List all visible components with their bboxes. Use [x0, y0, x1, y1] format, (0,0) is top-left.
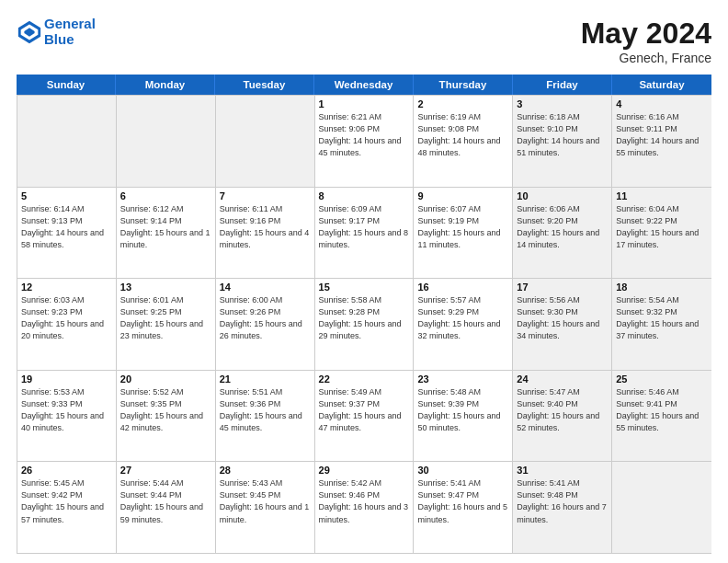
calendar-cell: 16Sunrise: 5:57 AMSunset: 9:29 PMDayligh… — [414, 279, 513, 370]
day-number: 2 — [417, 98, 508, 109]
logo: General Blue — [17, 17, 96, 47]
calendar-cell: 5Sunrise: 6:14 AMSunset: 9:13 PMDaylight… — [17, 188, 117, 279]
daylight-text: Daylight: 16 hours and 7 minutes. — [517, 501, 608, 525]
sunrise-text: Sunrise: 6:11 AM — [220, 203, 311, 215]
sunset-text: Sunset: 9:08 PM — [417, 123, 508, 135]
daylight-text: Daylight: 15 hours and 40 minutes. — [21, 410, 112, 434]
daylight-text: Daylight: 15 hours and 42 minutes. — [120, 410, 211, 434]
day-number: 29 — [319, 465, 410, 476]
day-number: 16 — [417, 282, 508, 293]
day-number: 7 — [220, 190, 311, 201]
calendar-cell: 31Sunrise: 5:41 AMSunset: 9:48 PMDayligh… — [513, 462, 612, 553]
day-number: 4 — [616, 98, 708, 109]
calendar-cell: 11Sunrise: 6:04 AMSunset: 9:22 PMDayligh… — [612, 188, 711, 279]
day-number: 8 — [319, 190, 410, 201]
calendar-cell: 25Sunrise: 5:46 AMSunset: 9:41 PMDayligh… — [612, 371, 711, 462]
sunrise-text: Sunrise: 5:52 AM — [120, 386, 211, 398]
sunrise-text: Sunrise: 5:45 AM — [21, 477, 112, 489]
sunset-text: Sunset: 9:33 PM — [21, 398, 112, 410]
day-number: 5 — [21, 190, 112, 201]
day-number: 27 — [120, 465, 211, 476]
calendar-cell — [117, 96, 216, 187]
sunrise-text: Sunrise: 6:16 AM — [616, 111, 708, 123]
header: General Blue May 2024 Genech, France — [17, 17, 711, 65]
sunrise-text: Sunrise: 6:07 AM — [417, 203, 508, 215]
calendar-cell: 27Sunrise: 5:44 AMSunset: 9:44 PMDayligh… — [117, 462, 216, 553]
daylight-text: Daylight: 15 hours and 52 minutes. — [517, 410, 608, 434]
logo-icon — [17, 19, 42, 45]
calendar-body: 1Sunrise: 6:21 AMSunset: 9:06 PMDaylight… — [17, 95, 711, 554]
daylight-text: Daylight: 15 hours and 29 minutes. — [319, 318, 410, 342]
sunset-text: Sunset: 9:40 PM — [517, 398, 608, 410]
daylight-text: Daylight: 15 hours and 23 minutes. — [120, 318, 211, 342]
weekday-header: Sunday — [17, 75, 116, 95]
sunrise-text: Sunrise: 6:06 AM — [517, 203, 608, 215]
daylight-text: Daylight: 14 hours and 48 minutes. — [417, 135, 508, 159]
sunrise-text: Sunrise: 5:58 AM — [319, 294, 410, 306]
calendar-cell: 26Sunrise: 5:45 AMSunset: 9:42 PMDayligh… — [17, 462, 117, 553]
title-block: May 2024 Genech, France — [581, 17, 711, 65]
sunset-text: Sunset: 9:35 PM — [120, 398, 211, 410]
sunrise-text: Sunrise: 5:53 AM — [21, 386, 112, 398]
day-number: 26 — [21, 465, 112, 476]
calendar-cell — [216, 96, 315, 187]
sunset-text: Sunset: 9:10 PM — [517, 123, 608, 135]
sunset-text: Sunset: 9:28 PM — [319, 306, 410, 318]
calendar-cell — [612, 462, 711, 553]
sunrise-text: Sunrise: 5:44 AM — [120, 477, 211, 489]
day-number: 17 — [517, 282, 608, 293]
calendar-cell: 2Sunrise: 6:19 AMSunset: 9:08 PMDaylight… — [414, 96, 513, 187]
sunset-text: Sunset: 9:41 PM — [616, 398, 708, 410]
month-title: May 2024 — [581, 17, 711, 51]
calendar-cell: 12Sunrise: 6:03 AMSunset: 9:23 PMDayligh… — [17, 279, 117, 370]
calendar-cell: 13Sunrise: 6:01 AMSunset: 9:25 PMDayligh… — [117, 279, 216, 370]
calendar-cell: 14Sunrise: 6:00 AMSunset: 9:26 PMDayligh… — [216, 279, 315, 370]
calendar-cell: 15Sunrise: 5:58 AMSunset: 9:28 PMDayligh… — [315, 279, 415, 370]
calendar-cell: 28Sunrise: 5:43 AMSunset: 9:45 PMDayligh… — [216, 462, 315, 553]
calendar-cell: 29Sunrise: 5:42 AMSunset: 9:46 PMDayligh… — [315, 462, 415, 553]
sunset-text: Sunset: 9:19 PM — [417, 215, 508, 227]
calendar-week: 26Sunrise: 5:45 AMSunset: 9:42 PMDayligh… — [17, 461, 711, 553]
sunrise-text: Sunrise: 5:47 AM — [517, 386, 608, 398]
day-number: 15 — [319, 282, 410, 293]
location: Genech, France — [581, 51, 711, 65]
day-number: 11 — [616, 190, 708, 201]
calendar-cell — [17, 96, 117, 187]
daylight-text: Daylight: 14 hours and 51 minutes. — [517, 135, 608, 159]
sunset-text: Sunset: 9:29 PM — [417, 306, 508, 318]
daylight-text: Daylight: 15 hours and 59 minutes. — [120, 501, 211, 525]
calendar-cell: 8Sunrise: 6:09 AMSunset: 9:17 PMDaylight… — [315, 188, 415, 279]
sunset-text: Sunset: 9:13 PM — [21, 215, 112, 227]
sunset-text: Sunset: 9:42 PM — [21, 489, 112, 501]
sunset-text: Sunset: 9:32 PM — [616, 306, 708, 318]
daylight-text: Daylight: 15 hours and 50 minutes. — [417, 410, 508, 434]
day-number: 23 — [417, 373, 508, 385]
weekday-header: Thursday — [414, 75, 513, 95]
daylight-text: Daylight: 15 hours and 1 minute. — [120, 227, 211, 251]
calendar-cell: 10Sunrise: 6:06 AMSunset: 9:20 PMDayligh… — [513, 188, 612, 279]
sunrise-text: Sunrise: 6:18 AM — [517, 111, 608, 123]
daylight-text: Daylight: 15 hours and 34 minutes. — [517, 318, 608, 342]
sunset-text: Sunset: 9:47 PM — [417, 489, 508, 501]
day-number: 6 — [120, 190, 211, 201]
daylight-text: Daylight: 14 hours and 55 minutes. — [616, 135, 708, 159]
sunset-text: Sunset: 9:37 PM — [319, 398, 410, 410]
sunset-text: Sunset: 9:23 PM — [21, 306, 112, 318]
calendar-cell: 22Sunrise: 5:49 AMSunset: 9:37 PMDayligh… — [315, 371, 415, 462]
logo-text: General Blue — [44, 17, 96, 47]
daylight-text: Daylight: 15 hours and 57 minutes. — [21, 501, 112, 525]
day-number: 9 — [417, 190, 508, 201]
day-number: 30 — [417, 465, 508, 476]
daylight-text: Daylight: 14 hours and 58 minutes. — [21, 227, 112, 251]
calendar-cell: 24Sunrise: 5:47 AMSunset: 9:40 PMDayligh… — [513, 371, 612, 462]
sunrise-text: Sunrise: 5:54 AM — [616, 294, 708, 306]
sunrise-text: Sunrise: 6:09 AM — [319, 203, 410, 215]
sunrise-text: Sunrise: 6:03 AM — [21, 294, 112, 306]
calendar-cell: 21Sunrise: 5:51 AMSunset: 9:36 PMDayligh… — [216, 371, 315, 462]
sunset-text: Sunset: 9:48 PM — [517, 489, 608, 501]
sunset-text: Sunset: 9:39 PM — [417, 398, 508, 410]
calendar-cell: 1Sunrise: 6:21 AMSunset: 9:06 PMDaylight… — [315, 96, 415, 187]
page: General Blue May 2024 Genech, France Sun… — [0, 0, 728, 563]
calendar-cell: 3Sunrise: 6:18 AMSunset: 9:10 PMDaylight… — [513, 96, 612, 187]
weekday-header: Tuesday — [215, 75, 314, 95]
